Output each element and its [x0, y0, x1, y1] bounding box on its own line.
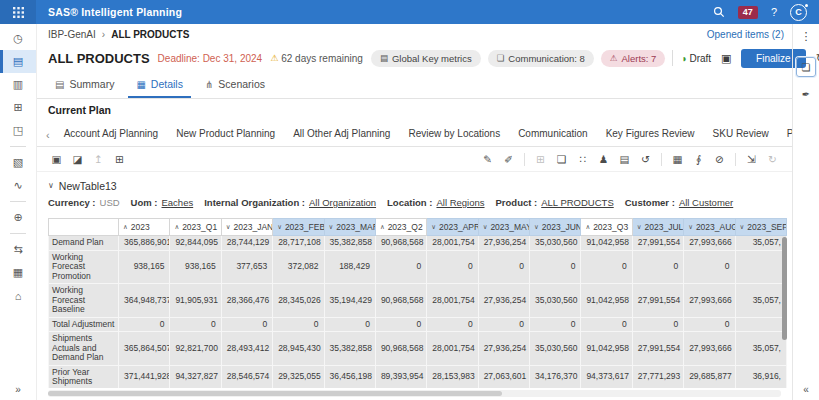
column-header-2023-may[interactable]: ∨2023_MAY: [478, 219, 529, 236]
cell[interactable]: 0: [324, 317, 375, 332]
table-horizontal-scrollbar[interactable]: [48, 390, 781, 397]
cell[interactable]: [735, 250, 787, 284]
cell[interactable]: 0: [632, 317, 683, 332]
cell[interactable]: 28,493,412: [221, 332, 272, 366]
sidebar-item-transfers[interactable]: ⇆: [0, 238, 36, 261]
row-label[interactable]: Total Adjustment: [49, 317, 119, 332]
cell[interactable]: 90,968,568: [375, 236, 426, 251]
column-header-2023[interactable]: ∧2023: [119, 219, 170, 236]
cell[interactable]: 92,844,095: [170, 236, 221, 251]
cell[interactable]: 89,393,954: [375, 365, 426, 388]
cell[interactable]: 28,366,476: [221, 284, 272, 318]
sidebar-item-notes[interactable]: ▧: [0, 151, 36, 174]
cell[interactable]: 27,991,554: [632, 236, 683, 251]
subtab-communication[interactable]: Communication: [509, 123, 596, 146]
edit-options-icon[interactable]: ✐: [498, 153, 519, 165]
cell[interactable]: 27,771,293: [632, 365, 683, 388]
right-rail-collapse-icon[interactable]: «: [803, 384, 809, 400]
tab-details[interactable]: ▦Details: [128, 72, 191, 98]
opened-items-link[interactable]: Opened items (2): [707, 29, 784, 40]
cell[interactable]: 27,993,666: [684, 236, 735, 251]
sidebar-item-new-plan[interactable]: ⊕: [0, 206, 36, 229]
cell[interactable]: 188,429: [324, 250, 375, 284]
subtab-key-figures-review[interactable]: Key Figures Review: [597, 123, 704, 146]
kebab-menu-icon[interactable]: ⋮: [801, 30, 812, 43]
cell[interactable]: 27,936,254: [478, 236, 529, 251]
cell[interactable]: 91,042,958: [581, 332, 632, 366]
comment-icon[interactable]: ❏: [551, 153, 572, 165]
sidebar-item-finance[interactable]: ▦: [0, 261, 36, 284]
column-header-2023-apr[interactable]: ∨2023_APR: [427, 219, 478, 236]
tab-scenarios[interactable]: ⋔Scenarios: [197, 72, 273, 98]
cell[interactable]: 91,042,958: [581, 236, 632, 251]
cell[interactable]: 35,057,: [735, 236, 787, 251]
cell[interactable]: 36,916,: [735, 365, 787, 388]
column-header-2023-feb[interactable]: ∨2023_FEB: [273, 219, 324, 236]
cell[interactable]: 0: [530, 250, 581, 284]
expand-icon[interactable]: ∷: [572, 153, 593, 165]
calendar-icon[interactable]: ▣: [46, 153, 67, 165]
notification-badge[interactable]: 47: [738, 6, 758, 19]
cell[interactable]: 91,905,931: [170, 284, 221, 318]
subtab-sku-review[interactable]: SKU Review: [704, 123, 778, 146]
cell[interactable]: 0: [427, 317, 478, 332]
cell[interactable]: 365,864,507: [119, 332, 170, 366]
tab-summary[interactable]: ▤Summary: [47, 72, 122, 98]
present-mode-icon[interactable]: ▣: [718, 52, 734, 65]
cell[interactable]: [735, 317, 787, 332]
sidebar-item-documents[interactable]: ▥: [0, 73, 36, 96]
table-vertical-scrollbar[interactable]: [782, 237, 787, 340]
cell[interactable]: 28,001,754: [427, 236, 478, 251]
filter-value[interactable]: All Regions: [436, 197, 484, 214]
column-header-2023-q1[interactable]: ∧2023_Q1: [170, 219, 221, 236]
cell[interactable]: 27,936,254: [478, 332, 529, 366]
column-header-2023-jun[interactable]: ∨2023_JUN: [530, 219, 581, 236]
cell[interactable]: 35,057,: [735, 332, 787, 366]
cell[interactable]: 0: [119, 317, 170, 332]
column-header-2023-sep[interactable]: ∨2023_SEP: [735, 219, 787, 236]
cell[interactable]: 938,165: [119, 250, 170, 284]
column-header-2023-jul[interactable]: ∨2023_JUL: [632, 219, 683, 236]
row-label[interactable]: Working Forecast Baseline: [49, 284, 119, 318]
cell[interactable]: 0: [375, 317, 426, 332]
cell[interactable]: 0: [684, 250, 735, 284]
cell[interactable]: 35,194,429: [324, 284, 375, 318]
column-header-2023-q3[interactable]: ∧2023_Q3: [581, 219, 632, 236]
subtab-new-product-planning[interactable]: New Product Planning: [167, 123, 284, 146]
sidebar-item-analytics[interactable]: ∿: [0, 174, 36, 197]
subtab-all-other-adj-planning[interactable]: All Other Adj Planning: [284, 123, 399, 146]
panel-annotate-button[interactable]: ✒: [797, 85, 815, 103]
sidebar-item-plan[interactable]: ▤: [0, 50, 36, 73]
avatar[interactable]: C: [790, 4, 807, 21]
filter-value[interactable]: All Customer: [679, 197, 733, 214]
panel-comments-button[interactable]: ❏: [796, 57, 816, 77]
cell[interactable]: 28,717,108: [273, 236, 324, 251]
cell[interactable]: 34,176,370: [530, 365, 581, 388]
cell[interactable]: 91,042,958: [581, 284, 632, 318]
cell[interactable]: 0: [581, 317, 632, 332]
cell[interactable]: 29,685,877: [684, 365, 735, 388]
search-icon[interactable]: [713, 6, 725, 18]
subtabs-prev-icon[interactable]: ‹: [41, 123, 55, 146]
cell[interactable]: 27,936,254: [478, 284, 529, 318]
cell[interactable]: 0: [684, 317, 735, 332]
cell[interactable]: 28,345,026: [273, 284, 324, 318]
cell[interactable]: 27,993,666: [684, 284, 735, 318]
subtab-product-mix[interactable]: Product Mix: [778, 123, 792, 146]
image-icon[interactable]: ◪: [67, 153, 88, 165]
filter-value[interactable]: ALL PRODUCTS: [541, 197, 614, 214]
subtab-review-by-locations[interactable]: Review by Locations: [399, 123, 509, 146]
app-switcher-button[interactable]: [0, 0, 36, 24]
cell[interactable]: 0: [478, 317, 529, 332]
edit-icon[interactable]: ✎: [477, 153, 498, 165]
sidebar-item-products[interactable]: ◳: [0, 119, 36, 142]
cell[interactable]: 27,991,554: [632, 332, 683, 366]
sidebar-item-history[interactable]: ◷: [0, 27, 36, 50]
left-rail-expand-icon[interactable]: »: [15, 378, 21, 400]
filter-value[interactable]: All Organization: [309, 197, 376, 214]
save-icon[interactable]: ⇲: [741, 153, 762, 165]
cell[interactable]: 27,063,601: [478, 365, 529, 388]
cell[interactable]: 371,441,928: [119, 365, 170, 388]
help-button[interactable]: ?: [771, 6, 777, 18]
cell[interactable]: 28,153,983: [427, 365, 478, 388]
